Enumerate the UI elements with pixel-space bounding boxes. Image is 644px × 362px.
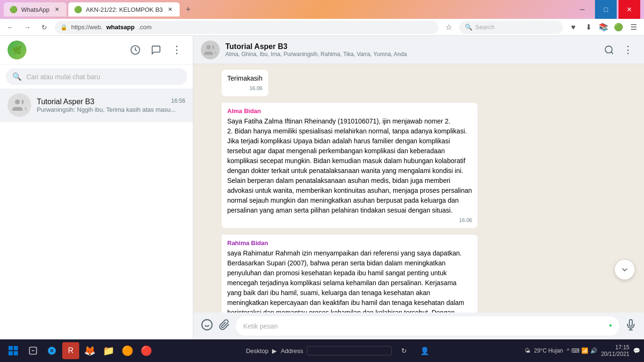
- message-time-1: 16.06: [227, 84, 263, 92]
- start-button[interactable]: [4, 341, 23, 360]
- address-refresh[interactable]: ↻: [396, 342, 413, 359]
- new-tab-button[interactable]: +: [182, 3, 195, 16]
- system-icons: ^ ⌨ 📶 🔊: [567, 347, 597, 354]
- message-input-area: Ketik pesan •: [193, 313, 644, 339]
- bookmark-button[interactable]: ☆: [442, 21, 455, 34]
- chat-header-avatar: [201, 41, 220, 59]
- mic-button[interactable]: [625, 319, 636, 333]
- tab-label-whatsapp: WhatsApp: [21, 6, 50, 13]
- chat-area: Tutorial Asper B3 Alma, Ghina, Ibu, Irna…: [193, 36, 644, 339]
- refresh-button[interactable]: ↻: [38, 21, 51, 34]
- taskbar-icon-chrome[interactable]: 🟠: [119, 342, 136, 359]
- window-controls: ─ □ ✕: [571, 0, 640, 19]
- tab-bar: 🟢 WhatsApp ✕ 🟢 AKN-21/22: KELOMPOK B3 ✕ …: [0, 0, 644, 19]
- message-sender-2: Alma Bidan: [227, 107, 472, 116]
- svg-rect-10: [8, 346, 13, 350]
- tab-akn[interactable]: 🟢 AKN-21/22: KELOMPOK B3 ✕: [68, 2, 180, 16]
- new-chat-button[interactable]: [148, 41, 165, 58]
- chat-item[interactable]: Tutorial Asper B3 16:56 Purwaningsih: Ng…: [0, 89, 193, 122]
- keyboard-icon: ⌨: [571, 347, 579, 354]
- lock-icon: 🔒: [60, 24, 67, 31]
- tab-close-akn[interactable]: ✕: [166, 6, 174, 13]
- svg-line-4: [611, 52, 613, 54]
- sidebar: 🌿 ⋮ 🔍 Cari atau mulai chat baru: [0, 36, 193, 339]
- address-person[interactable]: 👤: [416, 342, 433, 359]
- taskbar-icon-files[interactable]: 📁: [100, 342, 117, 359]
- taskbar-icon-firefox[interactable]: 🦊: [81, 342, 98, 359]
- url-text: https://web.: [71, 24, 102, 31]
- svg-point-3: [605, 46, 612, 53]
- chat-header: Tutorial Asper B3 Alma, Ghina, Ibu, Irna…: [193, 36, 644, 64]
- svg-rect-12: [8, 351, 13, 355]
- search-input-placeholder: Cari atau mulai chat baru: [26, 73, 100, 81]
- user-avatar[interactable]: 🌿: [8, 41, 26, 59]
- close-button[interactable]: ✕: [619, 0, 640, 19]
- chat-menu-button[interactable]: ⋮: [619, 41, 636, 58]
- forward-button[interactable]: →: [21, 21, 34, 34]
- chevron-up-icon[interactable]: ^: [567, 347, 570, 354]
- chat-header-actions: ⋮: [601, 41, 636, 58]
- message-input[interactable]: Ketik pesan •: [236, 316, 619, 336]
- taskbar-center: Desktop ▶ Address ↻ 👤: [157, 342, 523, 359]
- chat-name-text: Tutorial Asper B3: [37, 98, 94, 106]
- message-2: Alma Bidan Saya Fatiha Zalma Iftinan Rhe…: [222, 103, 478, 228]
- download-icon[interactable]: ⬇: [582, 21, 595, 34]
- messages-area: Terimakasih 16.06 Alma Bidan Saya Fatiha…: [193, 64, 644, 313]
- svg-point-2: [206, 45, 211, 49]
- volume-icon: 🔊: [590, 347, 597, 354]
- message-text-2: Saya Fatiha Zalma Iftinan Rheinandy (191…: [227, 117, 472, 214]
- back-button[interactable]: ←: [4, 21, 17, 34]
- svg-point-5: [202, 320, 212, 330]
- search-box[interactable]: 🔍 Search: [459, 21, 563, 34]
- library-icon[interactable]: 📚: [597, 21, 610, 34]
- taskbar-icon-edge[interactable]: [43, 342, 60, 359]
- avatar-icon: 🌿: [12, 46, 22, 55]
- extension-icon[interactable]: 🟢: [612, 21, 625, 34]
- toolbar-icons: ♥ ⬇ 📚 🟢 ☰: [567, 21, 640, 34]
- weather-text: 29°C Hujan: [534, 347, 563, 354]
- tab-favicon-whatsapp: 🟢: [9, 6, 17, 13]
- maximize-button[interactable]: □: [595, 0, 617, 19]
- pocket-icon[interactable]: ♥: [567, 21, 580, 34]
- browser-chrome: 🟢 WhatsApp ✕ 🟢 AKN-21/22: KELOMPOK B3 ✕ …: [0, 0, 644, 36]
- sidebar-actions: ⋮: [127, 41, 185, 58]
- taskbar-right: 🌤 29°C Hujan ^ ⌨ 📶 🔊 17:15 20/11/2021 💬: [525, 344, 640, 357]
- chat-preview: Purwaningsih: Nggih ibu, Terima kasih at…: [37, 106, 185, 113]
- attach-button[interactable]: [219, 319, 230, 333]
- svg-rect-13: [14, 351, 18, 355]
- minimize-button[interactable]: ─: [571, 0, 593, 19]
- taskbar-icon-red[interactable]: R: [62, 342, 79, 359]
- svg-rect-11: [14, 346, 18, 350]
- notification-icon[interactable]: 💬: [633, 347, 640, 354]
- chat-search-button[interactable]: [601, 41, 618, 58]
- search-bar: 🔍 Cari atau mulai chat baru: [0, 65, 193, 89]
- sidebar-menu-button[interactable]: ⋮: [168, 41, 185, 58]
- chat-members: Alma, Ghina, Ibu, Irna, Purwaningsih, Ra…: [225, 51, 595, 58]
- url-box[interactable]: 🔒 https://web.whatsapp.com: [55, 21, 438, 34]
- tab-close-whatsapp[interactable]: ✕: [53, 6, 61, 13]
- search-icon: 🔍: [465, 24, 472, 31]
- tab-whatsapp[interactable]: 🟢 WhatsApp ✕: [4, 2, 66, 16]
- chat-time: 16:56: [171, 98, 185, 106]
- message-3: Rahima Bidan saya Rahimatur Rahmah izin …: [222, 235, 478, 313]
- message-text-1: Terimakasih: [227, 74, 263, 82]
- tab-favicon-akn: 🟢: [74, 6, 82, 13]
- taskbar: R 🦊 📁 🟠 🔴 Desktop ▶ Address ↻ 👤 🌤 29°C H…: [0, 339, 644, 362]
- menu-icon[interactable]: ☰: [627, 21, 640, 34]
- chat-info: Tutorial Asper B3 16:56 Purwaningsih: Ng…: [37, 98, 185, 113]
- status-button[interactable]: [127, 41, 144, 58]
- message-1: Terimakasih 16.06: [222, 70, 268, 96]
- emoji-button[interactable]: [201, 319, 213, 334]
- search-placeholder: Search: [475, 24, 495, 31]
- taskbar-icon-vlc[interactable]: 🔴: [138, 342, 155, 359]
- network-icon: 📶: [581, 347, 588, 354]
- svg-point-1: [15, 99, 20, 105]
- taskbar-icon-search[interactable]: [25, 342, 41, 359]
- weather-icon: 🌤: [525, 347, 530, 354]
- chat-header-info[interactable]: Tutorial Asper B3 Alma, Ghina, Ibu, Irna…: [225, 42, 595, 58]
- record-indicator: •: [609, 321, 612, 331]
- address-input[interactable]: [307, 346, 392, 355]
- clock-time: 17:15: [601, 344, 629, 351]
- scroll-down-button[interactable]: [615, 260, 635, 280]
- search-input-container[interactable]: 🔍 Cari atau mulai chat baru: [6, 68, 187, 85]
